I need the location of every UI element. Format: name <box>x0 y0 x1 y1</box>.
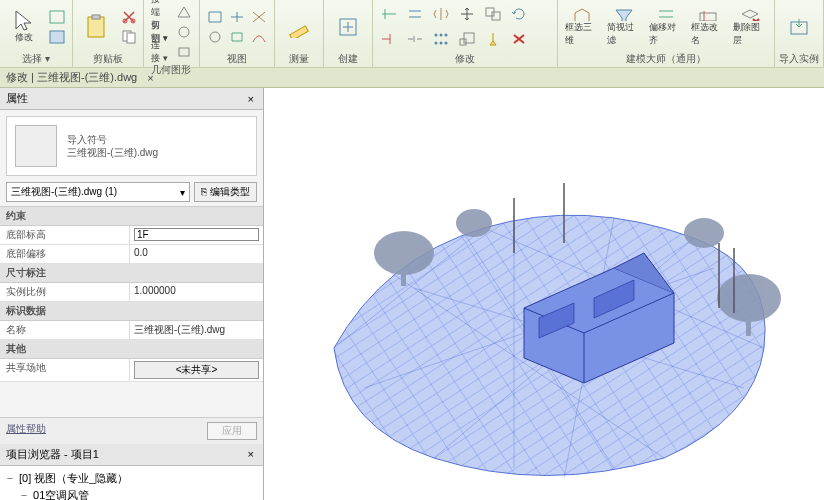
svg-point-22 <box>439 42 442 45</box>
align-icon <box>655 7 677 21</box>
view-1[interactable] <box>204 7 226 27</box>
svg-rect-29 <box>401 268 406 286</box>
view-2[interactable] <box>226 7 248 27</box>
browser-header: 项目浏览器 - 项目1 × <box>0 444 263 466</box>
paste-button[interactable] <box>77 5 117 49</box>
cat-dimensions[interactable]: 尺寸标注 <box>0 264 263 283</box>
cat-identity[interactable]: 标识数据 <box>0 302 263 321</box>
type-category: 导入符号 <box>67 133 158 146</box>
viewport-3d[interactable] <box>264 88 824 500</box>
row-instance-scale: 实例比例 1.000000 <box>0 283 263 302</box>
clipboard-icon <box>85 14 109 40</box>
import-button[interactable] <box>779 5 819 49</box>
group-label-modify: 修改 <box>377 51 553 67</box>
type-selector[interactable]: 三维视图-(三维).dwg (1) ▾ <box>6 182 190 202</box>
filter-icon <box>613 7 635 21</box>
model-mesh <box>264 88 824 500</box>
svg-point-23 <box>444 42 447 45</box>
view-3[interactable] <box>248 7 270 27</box>
align-button[interactable]: 偏移对齐 <box>646 5 686 49</box>
rename-icon <box>697 7 719 21</box>
tree-item[interactable]: − 01空调风管 <box>4 487 259 501</box>
import-icon <box>788 17 810 37</box>
svg-rect-0 <box>50 11 64 23</box>
cut-button[interactable] <box>119 7 139 27</box>
view-5[interactable] <box>226 27 248 47</box>
svg-point-11 <box>179 27 189 37</box>
group-label-import: 导入实例 <box>779 51 819 67</box>
mod-trim[interactable] <box>377 29 401 49</box>
sel-opt-1[interactable] <box>46 7 68 27</box>
copy-button[interactable] <box>119 27 139 47</box>
apply-button[interactable]: 应用 <box>207 422 257 440</box>
svg-rect-14 <box>290 25 309 37</box>
type-preview: 导入符号 三维视图-(三维).dwg <box>6 116 257 176</box>
ribbon: 修改 选择 ▾ 剪贴板 连接端切割 ▾ 剪切 ▾ 连接 ▾ <box>0 0 824 68</box>
create-icon <box>337 16 359 38</box>
group-label-create: 创建 <box>328 51 368 67</box>
view-4[interactable] <box>204 27 226 47</box>
browser-close[interactable]: × <box>245 448 257 460</box>
svg-point-30 <box>717 274 781 322</box>
group-label-measure: 测量 <box>279 51 319 67</box>
layers-x-icon <box>739 7 761 21</box>
mod-offset[interactable] <box>403 4 427 24</box>
side-panels: 属性 × 导入符号 三维视图-(三维).dwg 三维视图-(三维).dwg (1… <box>0 88 264 500</box>
row-shared-site: 共享场地 <未共享> <box>0 359 263 382</box>
mod-del[interactable] <box>507 29 531 49</box>
context-tab-bar: 修改 | 三维视图-(三维).dwg × <box>0 68 824 88</box>
cursor-icon <box>13 9 35 31</box>
create-button[interactable] <box>328 5 368 49</box>
view-6[interactable] <box>248 27 270 47</box>
geom-c[interactable] <box>173 42 195 62</box>
svg-rect-3 <box>92 15 100 19</box>
tree-item[interactable]: − [0] 视图（专业_隐藏） <box>4 470 259 487</box>
svg-point-33 <box>684 218 724 248</box>
measure-button[interactable] <box>279 5 319 49</box>
mod-copy[interactable] <box>481 4 505 24</box>
cat-other[interactable]: 其他 <box>0 340 263 359</box>
instance-scale-value: 1.000000 <box>130 283 263 301</box>
shared-site-button[interactable]: <未共享> <box>134 361 259 379</box>
properties-close[interactable]: × <box>245 93 257 105</box>
mod-align[interactable] <box>377 4 401 24</box>
dellayer-button[interactable]: 删除图层 <box>730 5 770 49</box>
ribbon-group-clipboard: 剪贴板 <box>73 0 144 67</box>
svg-point-19 <box>439 34 442 37</box>
mod-mirror[interactable] <box>429 4 453 24</box>
geom-a[interactable] <box>173 2 195 22</box>
join-button[interactable]: 连接 ▾ <box>148 42 171 62</box>
context-tab-title: 修改 | 三维视图-(三维).dwg <box>6 70 137 85</box>
svg-point-20 <box>444 34 447 37</box>
edit-type-button[interactable]: ⎘ 编辑类型 <box>194 182 257 202</box>
rename-button[interactable]: 框选改名 <box>688 5 728 49</box>
mod-rotate[interactable] <box>507 4 531 24</box>
property-help-link[interactable]: 属性帮助 <box>6 422 46 440</box>
mod-move[interactable] <box>455 4 479 24</box>
mod-pin[interactable] <box>481 29 505 49</box>
properties-title: 属性 <box>6 91 28 106</box>
ribbon-group-view: 视图 <box>200 0 275 67</box>
base-offset-value[interactable]: 0.0 <box>130 245 263 263</box>
cat-constraints[interactable]: 约束 <box>0 207 263 226</box>
svg-rect-26 <box>700 13 716 21</box>
filter-button[interactable]: 简视过滤 <box>604 5 644 49</box>
base-level-input[interactable] <box>134 228 259 241</box>
mod-split[interactable] <box>403 29 427 49</box>
geom-b[interactable] <box>173 22 195 42</box>
thumbnail-icon <box>15 125 57 167</box>
svg-rect-24 <box>460 39 466 45</box>
context-tab-close[interactable]: × <box>143 72 157 84</box>
project-tree: − [0] 视图（专业_隐藏）− 01空调风管− 01建模 楼层平面: 建模-二… <box>0 466 263 501</box>
mod-array[interactable] <box>429 29 453 49</box>
sel-opt-2[interactable] <box>46 27 68 47</box>
modify-button[interactable]: 修改 <box>4 5 44 49</box>
group-label-clipboard: 剪贴板 <box>77 51 139 67</box>
main-area: 属性 × 导入符号 三维视图-(三维).dwg 三维视图-(三维).dwg (1… <box>0 88 824 500</box>
row-base-offset: 底部偏移 0.0 <box>0 245 263 264</box>
mod-scale[interactable] <box>455 29 479 49</box>
box3d-button[interactable]: 框选三维 <box>562 5 602 49</box>
ribbon-group-create: 创建 <box>324 0 373 67</box>
ribbon-group-geometry: 连接端切割 ▾ 剪切 ▾ 连接 ▾ 几何图形 <box>144 0 200 67</box>
project-browser: − [0] 视图（专业_隐藏）− 01空调风管− 01建模 楼层平面: 建模-二… <box>0 466 263 501</box>
